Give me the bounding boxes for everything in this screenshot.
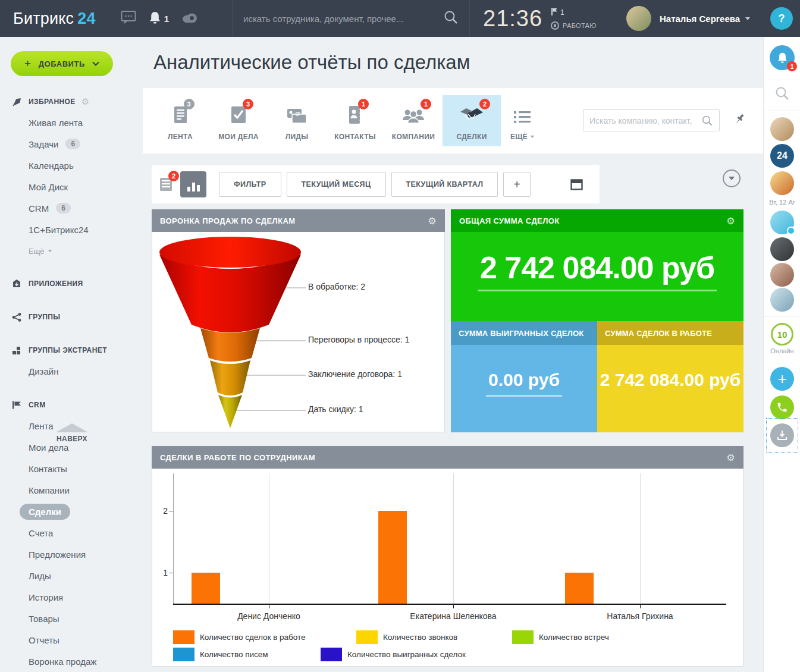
total-sum-value[interactable]: 2 742 084.00 руб bbox=[478, 250, 717, 291]
sidebar-item-tasks[interactable]: Задачи6 bbox=[0, 133, 143, 155]
search-icon[interactable] bbox=[701, 115, 713, 127]
tab-more[interactable]: ЕЩЁ bbox=[501, 95, 544, 146]
tab-badge: 3 bbox=[243, 99, 253, 109]
pin-icon[interactable] bbox=[734, 113, 745, 128]
user-menu[interactable]: Наталья Сергеева bbox=[616, 6, 763, 31]
rail-notifications[interactable]: 1 bbox=[764, 45, 800, 70]
gear-icon[interactable]: ⚙ bbox=[726, 452, 735, 463]
add-filter-button[interactable]: + bbox=[503, 172, 531, 197]
entity-search bbox=[583, 109, 720, 131]
sidebar-item-deals[interactable]: Сделки bbox=[0, 501, 143, 522]
x-tick-mark bbox=[453, 605, 454, 608]
tab-companies[interactable]: 1 КОМПАНИИ bbox=[384, 95, 443, 146]
chevron-down-icon bbox=[745, 17, 750, 20]
sidebar-section-groups[interactable]: ГРУППЫ bbox=[0, 307, 143, 327]
chart-view-toggle[interactable] bbox=[180, 171, 206, 197]
report-toolbar: 2 ФИЛЬТР ТЕКУЩИЙ МЕСЯЦ ТЕКУЩИЙ КВАРТАЛ + bbox=[152, 165, 600, 203]
help-icon[interactable]: ? bbox=[770, 7, 793, 30]
sidebar-item-sales-funnel[interactable]: Воронка продаж bbox=[0, 651, 143, 672]
sidebar-item-live-feed[interactable]: Живая лента bbox=[0, 112, 143, 133]
tab-badge: 1 bbox=[421, 99, 431, 109]
current-month-button[interactable]: ТЕКУЩИЙ МЕСЯЦ bbox=[287, 172, 386, 197]
svg-text:@: @ bbox=[295, 111, 300, 117]
filter-button[interactable]: ФИЛЬТР bbox=[219, 172, 281, 197]
pin-icon bbox=[12, 97, 22, 106]
cloud-icon[interactable] bbox=[182, 11, 197, 26]
bar-denis-deals[interactable] bbox=[192, 573, 220, 604]
apps-box-icon bbox=[12, 279, 22, 288]
rail-call-button[interactable] bbox=[764, 395, 800, 419]
bar-ekaterina-deals[interactable] bbox=[378, 511, 407, 604]
collapse-icon[interactable] bbox=[723, 169, 741, 187]
chat-icon[interactable] bbox=[121, 10, 136, 27]
sidebar-item-reports[interactable]: Отчеты bbox=[0, 629, 143, 651]
tab-leads[interactable]: @ ЛИДЫ bbox=[268, 95, 326, 146]
search-icon[interactable] bbox=[443, 10, 459, 27]
x-axis bbox=[173, 604, 726, 605]
online-counter[interactable]: 10 bbox=[764, 323, 800, 346]
sidebar-section-favorites[interactable]: ИЗБРАННОЕ ⚙ bbox=[0, 92, 143, 112]
add-button[interactable]: + ДОБАВИТЬ bbox=[11, 51, 113, 76]
worktime-block[interactable]: 21:36 1 РАБОТАЮ bbox=[470, 6, 616, 32]
companies-icon bbox=[401, 107, 425, 127]
rail-messenger[interactable]: 24 bbox=[764, 144, 800, 168]
bell-icon: 1 bbox=[770, 45, 795, 70]
won-sum-value[interactable]: 0.00 руб bbox=[486, 370, 562, 397]
sidebar-section-crm[interactable]: CRM bbox=[0, 395, 143, 415]
tab-deals[interactable]: 2 СДЕЛКИ bbox=[443, 95, 501, 146]
rail-download-button[interactable] bbox=[764, 423, 800, 447]
funnel-stage-label: Переговоры в процессе: 1 bbox=[308, 335, 409, 344]
notifications-indicator[interactable]: 1 bbox=[149, 11, 169, 26]
gear-icon[interactable]: ⚙ bbox=[428, 215, 437, 227]
rail-contact[interactable] bbox=[764, 117, 800, 141]
sidebar-item-my-disk[interactable]: Мой Диск bbox=[0, 176, 143, 197]
sidebar-item-products[interactable]: Товары bbox=[0, 608, 143, 629]
bar-natalya-deals[interactable] bbox=[565, 573, 594, 604]
sidebar-item-contacts[interactable]: Контакты bbox=[0, 458, 143, 479]
back-to-top-button[interactable]: НАВЕРХ bbox=[51, 423, 93, 443]
current-quarter-button[interactable]: ТЕКУЩИЙ КВАРТАЛ bbox=[391, 172, 498, 197]
rail-contact[interactable] bbox=[764, 263, 800, 287]
sidebar-section-extranet[interactable]: ГРУППЫ ЭКСТРАНЕТ bbox=[0, 340, 143, 360]
rail-contact[interactable] bbox=[764, 211, 800, 234]
main-content: Аналитические отчёты по сделкам 3 ЛЕНТА … bbox=[143, 37, 763, 672]
entity-search-input[interactable] bbox=[589, 116, 701, 125]
rail-contact[interactable] bbox=[764, 288, 800, 312]
online-label: Онлайн bbox=[764, 347, 800, 354]
y-tick-mark bbox=[169, 511, 173, 511]
sidebar-item-1c-bitrix24[interactable]: 1С+Битрикс24 bbox=[0, 219, 143, 240]
x-tick-mark bbox=[640, 605, 641, 608]
global-search bbox=[232, 0, 470, 37]
legend-swatch bbox=[321, 648, 342, 661]
sidebar-item-design[interactable]: Дизайн bbox=[0, 360, 143, 382]
y-axis bbox=[173, 473, 174, 604]
gear-icon[interactable]: ⚙ bbox=[726, 215, 735, 227]
bitrix24-logo[interactable]: Битрикс24 bbox=[13, 10, 96, 28]
gear-icon[interactable]: ⚙ bbox=[81, 96, 90, 107]
gridline bbox=[453, 473, 454, 604]
rail-date: Вт, 12 Аг bbox=[764, 199, 800, 206]
chevron-down-icon bbox=[48, 250, 52, 252]
global-search-input[interactable] bbox=[243, 14, 443, 24]
window-icon[interactable] bbox=[570, 179, 583, 190]
rail-contact[interactable] bbox=[764, 171, 800, 195]
tab-my-activities[interactable]: 3 МОИ ДЕЛА bbox=[209, 95, 268, 146]
rail-contact[interactable] bbox=[764, 237, 800, 261]
sidebar-item-calendar[interactable]: Календарь bbox=[0, 155, 143, 176]
sidebar-item-more[interactable]: Ещё bbox=[0, 240, 143, 262]
list-view-toggle[interactable]: 2 bbox=[159, 177, 173, 192]
tab-contacts[interactable]: 1 КОНТАКТЫ bbox=[326, 95, 384, 146]
crm-tabstrip: 3 ЛЕНТА 3 МОИ ДЕЛА @ ЛИДЫ 1 КОНТАКТЫ bbox=[143, 88, 763, 153]
sidebar-item-leads[interactable]: Лиды bbox=[0, 565, 143, 586]
sidebar-section-apps[interactable]: ПРИЛОЖЕНИЯ bbox=[0, 274, 143, 294]
rail-search[interactable] bbox=[764, 86, 800, 101]
topbar-left: Битрикс24 1 bbox=[0, 10, 232, 28]
sidebar-item-history[interactable]: История bbox=[0, 586, 143, 608]
rail-add-button[interactable]: + bbox=[764, 367, 800, 391]
sidebar-item-crm[interactable]: CRM6 bbox=[0, 197, 143, 219]
category-label: Денис Донченко bbox=[203, 611, 334, 621]
sidebar-item-companies[interactable]: Компании bbox=[0, 479, 143, 501]
sidebar-item-invoices[interactable]: Счета bbox=[0, 522, 143, 544]
tab-feed[interactable]: 3 ЛЕНТА bbox=[151, 95, 209, 146]
sidebar-item-quotes[interactable]: Предложения bbox=[0, 544, 143, 565]
